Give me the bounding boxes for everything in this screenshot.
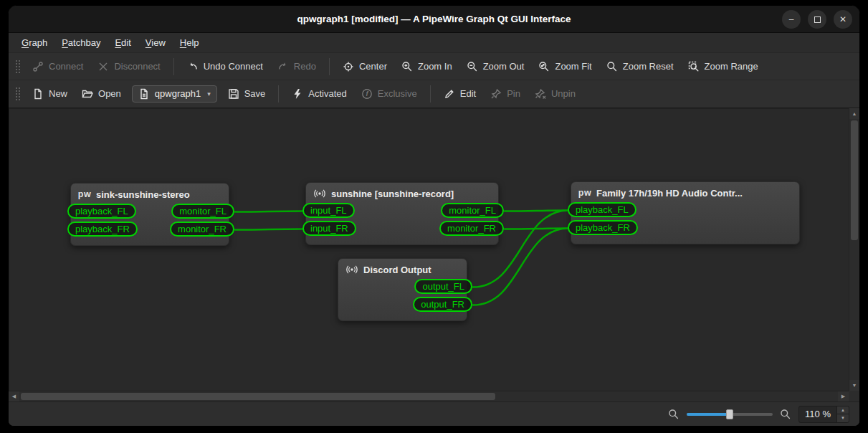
scroll-left-arrow[interactable]: ◀ — [9, 391, 19, 401]
port-input-fr[interactable]: input_FR — [302, 221, 356, 236]
zoom-out-button[interactable]: Zoom Out — [460, 57, 531, 76]
port-output-fl[interactable]: output_FL — [414, 279, 472, 294]
port-input-playback-fl[interactable]: playback_FL — [67, 204, 136, 219]
activated-toggle[interactable]: Activated — [285, 85, 353, 103]
close-button[interactable]: ✕ — [834, 10, 852, 29]
redo-button[interactable]: Redo — [271, 57, 323, 76]
node-family-hd-audio[interactable]: pw Family 17h/19h HD Audio Contr... play… — [571, 181, 800, 244]
menu-edit[interactable]: Edit — [108, 34, 138, 51]
button-label: Redo — [294, 61, 316, 72]
maximize-button[interactable] — [808, 10, 826, 29]
save-icon — [228, 88, 239, 100]
port-input-playback-fl[interactable]: playback_FL — [568, 202, 636, 217]
button-label: Pin — [507, 88, 520, 99]
menu-view[interactable]: View — [138, 34, 173, 51]
port-output-monitor-fr[interactable]: monitor_FR — [170, 222, 234, 237]
zoom-reset-button[interactable]: Zoom Reset — [600, 57, 680, 76]
redo-icon — [277, 61, 289, 72]
port-output-fr[interactable]: output_FR — [413, 297, 472, 312]
horizontal-scrollbar: ◀ ▶ — [9, 391, 849, 401]
menu-graph[interactable]: Graph — [14, 34, 54, 51]
zoom-out-icon — [467, 61, 478, 72]
new-button[interactable]: New — [26, 85, 74, 103]
zoom-fit-button[interactable]: Zoom Fit — [532, 57, 598, 76]
disconnect-button[interactable]: Disconnect — [91, 57, 166, 76]
button-label: Exclusive — [378, 88, 417, 99]
port-input-playback-fr[interactable]: playback_FR — [67, 222, 138, 237]
zoom-in-icon — [401, 61, 413, 72]
titlebar[interactable]: qpwgraph1 [modified] — A PipeWire Graph … — [9, 6, 859, 33]
button-label: Undo Connect — [204, 61, 263, 72]
zoom-in-button[interactable]: Zoom In — [395, 57, 459, 76]
button-label: Connect — [49, 61, 83, 72]
window-controls: – ✕ — [782, 10, 852, 29]
unpin-button[interactable]: Unpin — [528, 85, 582, 103]
graph-viewport: pw sink-sunshine-stereo playback_FL play… — [9, 108, 859, 401]
open-folder-icon — [82, 88, 93, 100]
zoom-percent-value: 110 % — [799, 409, 836, 419]
node-sink-sunshine-stereo[interactable]: pw sink-sunshine-stereo playback_FL play… — [70, 183, 229, 246]
toolbar-patchbay: New Open qpwgraph1 ▾ Save Ac — [9, 80, 859, 108]
horizontal-scroll-thumb[interactable] — [21, 393, 495, 400]
zoom-range-button[interactable]: Zoom Range — [682, 57, 765, 76]
node-discord-output[interactable]: Discord Output output_FL output_FR — [338, 258, 467, 321]
center-icon — [343, 61, 354, 72]
pin-button[interactable]: Pin — [484, 85, 527, 103]
horizontal-scroll-track[interactable] — [19, 391, 838, 401]
scroll-up-arrow[interactable]: ▲ — [849, 108, 859, 119]
port-output-monitor-fl[interactable]: monitor_FL — [171, 204, 234, 219]
patchbay-file-icon — [138, 88, 150, 100]
zoom-percent-spinbox[interactable]: 110 % ▲ ▼ — [798, 406, 849, 423]
zoom-slider[interactable] — [687, 409, 773, 420]
save-button[interactable]: Save — [221, 85, 272, 103]
connect-button[interactable]: Connect — [26, 57, 90, 76]
port-input-playback-fr[interactable]: playback_FR — [568, 220, 638, 235]
edit-toggle[interactable]: Edit — [437, 85, 482, 103]
button-label: Center — [359, 61, 387, 72]
zoom-reset-icon — [606, 61, 618, 72]
minimize-button[interactable]: – — [782, 10, 801, 29]
chevron-down-icon: ▾ — [207, 90, 211, 97]
vertical-scrollbar: ▲ ▼ — [849, 108, 859, 391]
toolbar-handle[interactable] — [14, 59, 20, 75]
disconnect-icon — [97, 61, 109, 72]
scroll-right-arrow[interactable]: ▶ — [838, 391, 849, 401]
center-button[interactable]: Center — [336, 57, 394, 76]
button-label: Zoom Fit — [555, 61, 591, 72]
toolbar-handle[interactable] — [14, 86, 20, 102]
zoom-fit-icon — [538, 61, 550, 72]
patchbay-selector-combobox[interactable]: qpwgraph1 ▾ — [132, 85, 217, 103]
button-label: Zoom Out — [483, 61, 525, 72]
node-header: Discord Output — [338, 259, 467, 277]
zoom-range-icon — [688, 61, 700, 72]
vertical-scroll-thumb[interactable] — [851, 120, 858, 240]
pipewire-icon: pw — [78, 189, 91, 200]
graph-canvas[interactable]: pw sink-sunshine-stereo playback_FL play… — [9, 108, 849, 391]
port-input-fl[interactable]: input_FL — [302, 203, 355, 218]
menu-patchbay[interactable]: Patchbay — [54, 34, 108, 51]
node-title: sunshine [sunshine-record] — [331, 189, 454, 199]
undo-connect-button[interactable]: Undo Connect — [181, 57, 270, 76]
spin-down-button[interactable]: ▼ — [837, 414, 849, 422]
connection-wire[interactable] — [235, 211, 303, 212]
vertical-scroll-track[interactable] — [849, 119, 859, 380]
port-output-monitor-fl[interactable]: monitor_FL — [441, 203, 504, 218]
button-label: Zoom Reset — [623, 61, 674, 72]
scroll-down-arrow[interactable]: ▼ — [849, 380, 859, 391]
exclusive-toggle[interactable]: f Exclusive — [355, 85, 424, 103]
node-ports: playback_FL playback_FR monitor_FL monit… — [71, 202, 229, 245]
toolbar-separator — [278, 85, 279, 103]
app-window: qpwgraph1 [modified] — A PipeWire Graph … — [8, 5, 860, 427]
unpin-icon — [535, 88, 546, 100]
menu-help[interactable]: Help — [173, 34, 206, 51]
connection-wire[interactable] — [235, 229, 303, 230]
open-button[interactable]: Open — [75, 85, 128, 103]
statusbar: 110 % ▲ ▼ — [9, 401, 859, 426]
spin-up-button[interactable]: ▲ — [837, 406, 849, 415]
node-title: Discord Output — [363, 265, 431, 275]
zoom-slider-handle[interactable] — [726, 409, 733, 419]
port-output-monitor-fr[interactable]: monitor_FR — [439, 221, 504, 236]
zoom-slider-fill — [687, 413, 730, 416]
zoom-slider-max-icon — [780, 409, 791, 420]
node-sunshine[interactable]: sunshine [sunshine-record] input_FL inpu… — [305, 182, 499, 245]
